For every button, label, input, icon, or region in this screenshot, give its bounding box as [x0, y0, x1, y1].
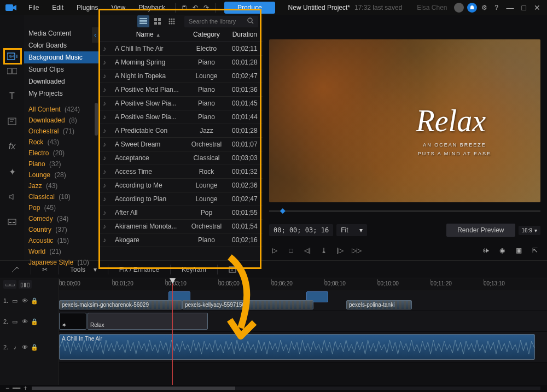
seek-icon[interactable]: ⤓ [318, 245, 329, 256]
category-item[interactable]: My Projects [24, 87, 98, 100]
zoom-out-icon[interactable]: − [5, 384, 9, 392]
category-item[interactable]: Media Content [24, 27, 98, 39]
track-row[interactable]: ♪After AllPop00;01;55 [98, 206, 263, 220]
save-icon[interactable] [180, 3, 189, 12]
visible-icon[interactable]: 👁 [21, 318, 28, 325]
filter-item[interactable]: Classical (10) [24, 191, 98, 202]
track-row[interactable]: ♪AcceptanceClassical00;03;03 [98, 151, 263, 165]
title-clip[interactable]: ✶ [59, 313, 86, 330]
list-view-icon[interactable] [137, 15, 149, 27]
redo-icon[interactable]: ↷ [202, 3, 211, 12]
lock-icon[interactable]: 🔒 [31, 297, 38, 304]
track-row[interactable]: ♪A Night in TopekaLounge00;02;47 [98, 69, 263, 83]
search-input[interactable] [189, 18, 245, 25]
prev-frame-icon[interactable]: ◁| [302, 245, 313, 256]
next-frame-icon[interactable]: |▷ [335, 245, 346, 256]
notification-icon[interactable] [467, 3, 477, 13]
track-mode-a-icon[interactable]: ▭▭ [3, 280, 16, 289]
filter-item[interactable]: Lounge (28) [24, 169, 98, 180]
track-row[interactable]: ♪Access TimeRock00;01;32 [98, 165, 263, 179]
timeline-scrollbar[interactable]: − ━━ + [0, 385, 547, 391]
help-icon[interactable]: ? [492, 3, 501, 12]
preview-viewport[interactable]: Relax AN OCEAN BREEZE PUTS A MIND AT EAS… [269, 39, 540, 202]
preview-scrubber[interactable] [269, 207, 540, 215]
category-item[interactable]: Downloaded [24, 75, 98, 87]
menu-plugins[interactable]: Plugins [71, 2, 103, 14]
zoom-in-icon[interactable]: + [24, 384, 27, 392]
track-row[interactable]: ♪AkogarePiano00;02;16 [98, 233, 263, 247]
fast-forward-icon[interactable]: ▷▷ [351, 245, 362, 256]
track-row[interactable]: ♪A Sweet DreamOrchestral00;01;07 [98, 138, 263, 151]
filter-item[interactable]: World (21) [24, 246, 98, 257]
track-header-2[interactable]: 2. ▭ 👁 🔒 [0, 311, 59, 332]
transition-icon[interactable] [5, 65, 19, 78]
column-category[interactable]: Category [186, 27, 226, 42]
scrub-handle[interactable] [280, 208, 286, 214]
subtitle-icon[interactable] [5, 215, 19, 229]
track-row[interactable]: ♪According to MeLounge00;02;36 [98, 179, 263, 192]
filter-item[interactable]: Acoustic (15) [24, 235, 98, 246]
scrollbar[interactable] [95, 103, 98, 136]
filter-item[interactable]: Comedy (34) [24, 213, 98, 224]
maximize-icon[interactable]: □ [520, 2, 528, 13]
user-avatar-icon[interactable] [454, 3, 464, 13]
particle-icon[interactable]: ✦ [5, 165, 19, 178]
render-preview-button[interactable]: Render Preview [446, 224, 515, 237]
search-icon[interactable] [247, 17, 254, 26]
filter-item[interactable]: Japanese Style (10) [24, 257, 98, 268]
search-field[interactable] [184, 16, 258, 27]
zoom-fit-select[interactable]: Fit▾ [336, 224, 366, 236]
video-clip[interactable]: pexels-maksim-goncharenok-56029 [59, 300, 182, 309]
razor-icon[interactable] [7, 264, 24, 276]
track-row[interactable]: ♪A Positive Slow Pia...Piano00;01;44 [98, 110, 263, 124]
track-header-1[interactable]: 1. ▭ 👁 🔒 [0, 290, 59, 311]
timeline-ruler[interactable]: 00;00;0000;01;2000;03;1000;05;0000;06;20… [59, 278, 547, 290]
track-mode-b-icon[interactable]: ▯▮▯ [19, 280, 32, 289]
filter-item[interactable]: Country (37) [24, 224, 98, 235]
close-icon[interactable]: ✕ [532, 2, 543, 13]
produce-button[interactable]: Produce [224, 2, 275, 14]
visible-icon[interactable]: 👁 [21, 297, 28, 304]
column-duration[interactable]: Duration [227, 27, 263, 42]
filter-item[interactable]: Pop (45) [24, 202, 98, 213]
track-row[interactable]: ♪A Morning SpringPiano00;01;28 [98, 56, 263, 69]
lock-icon[interactable]: 🔒 [31, 318, 38, 325]
category-item[interactable]: Color Boards [24, 39, 98, 51]
crop-icon[interactable]: ▣ [513, 245, 524, 256]
track-header-3[interactable]: 2. ♪ 👁 🔒 [0, 332, 59, 362]
apps-view-icon[interactable] [166, 15, 178, 27]
category-item[interactable]: Sound Clips [24, 63, 98, 75]
timeline-tracks[interactable]: 00;00;0000;01;2000;03;1000;05;0000;06;20… [59, 278, 547, 385]
fx-icon[interactable]: fx [5, 140, 19, 153]
column-name[interactable]: Name [136, 31, 154, 38]
lock-icon[interactable]: 🔒 [31, 344, 38, 350]
filter-item[interactable]: Rock (43) [24, 137, 98, 148]
track-row[interactable]: ♪According to PlanLounge00;02;47 [98, 192, 263, 206]
track-row[interactable]: ♪A Predictable ConJazz00;01;28 [98, 124, 263, 138]
media-room-icon[interactable] [3, 48, 22, 65]
video-track[interactable]: pexels-maksim-goncharenok-56029 pexels-k… [59, 290, 547, 311]
title-clip[interactable]: Relax [88, 313, 208, 330]
video-clip[interactable]: pexels-kellyacy-5597150 [182, 300, 313, 309]
category-item[interactable]: Background Music [24, 51, 98, 63]
snapshot-icon[interactable]: ◉ [497, 245, 508, 256]
volume-icon[interactable]: 🕪 [480, 245, 491, 256]
stop-icon[interactable]: □ [286, 245, 296, 256]
audio-icon[interactable] [5, 190, 19, 203]
audio-clip[interactable]: A Chill In The Air [59, 334, 535, 360]
aspect-ratio-select[interactable]: 16:9▾ [519, 226, 540, 235]
menu-playback[interactable]: Playback [133, 2, 171, 14]
zoom-slider[interactable]: ━━ [13, 384, 20, 392]
audio-track[interactable]: A Chill In The Air [59, 332, 547, 362]
track-row[interactable]: ♪A Chill In The AirElectro00;02;11 [98, 42, 263, 56]
track-row[interactable]: ♪Akiramenai Monota...Orchestral00;01;54 [98, 220, 263, 233]
undo-icon[interactable]: ↶ [191, 3, 200, 12]
filter-item[interactable]: Jazz (43) [24, 180, 98, 191]
filter-item[interactable]: Downloaded (8) [24, 115, 98, 126]
track-row[interactable]: ♪A Positive Med Pian...Piano00;01;36 [98, 83, 263, 97]
scroll-thumb[interactable] [32, 387, 235, 390]
filter-item[interactable]: All Content (424) [24, 104, 98, 115]
menu-edit[interactable]: Edit [46, 2, 69, 14]
chapter-icon[interactable] [5, 115, 19, 128]
title-track[interactable]: ✶ Relax [59, 311, 547, 332]
